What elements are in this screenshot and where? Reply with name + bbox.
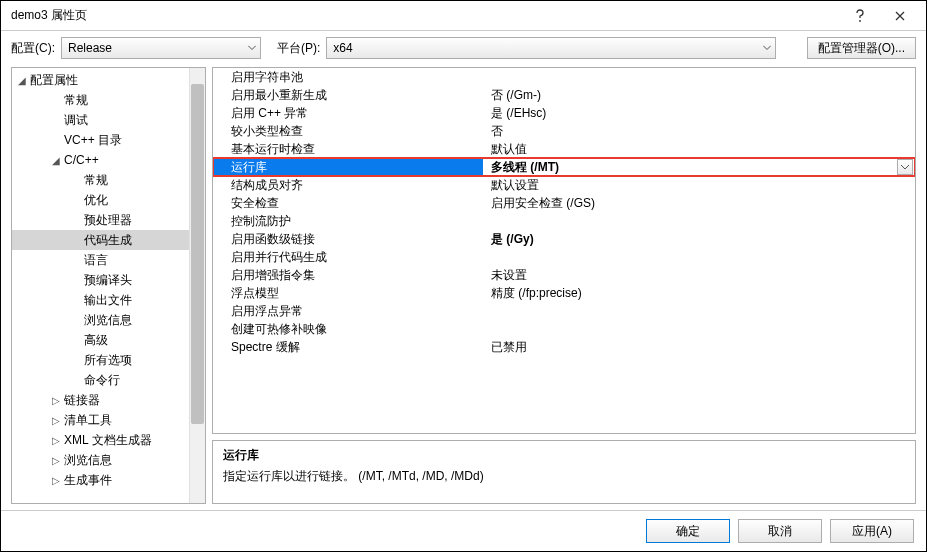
property-name: 结构成员对齐 [213, 177, 483, 194]
property-name: 启用 C++ 异常 [213, 105, 483, 122]
tree-item[interactable]: 常规 [12, 170, 189, 190]
property-row[interactable]: 启用函数级链接是 (/Gy) [213, 230, 915, 248]
description-title: 运行库 [223, 447, 905, 464]
tree-item[interactable]: 优化 [12, 190, 189, 210]
config-select[interactable]: Release [61, 37, 261, 59]
cancel-button[interactable]: 取消 [738, 519, 822, 543]
property-name: 启用最小重新生成 [213, 87, 483, 104]
scrollbar[interactable] [189, 68, 205, 503]
tree-item[interactable]: ▷生成事件 [12, 470, 189, 490]
property-value: 已禁用 [483, 339, 915, 356]
tree-item[interactable]: 高级 [12, 330, 189, 350]
tree-item-label: 浏览信息 [62, 452, 112, 469]
property-row[interactable]: 启用并行代码生成 [213, 248, 915, 266]
tree-item-label: 语言 [82, 252, 108, 269]
tree-root[interactable]: ◢配置属性 [12, 70, 189, 90]
ok-button[interactable]: 确定 [646, 519, 730, 543]
tree-item[interactable]: 代码生成 [12, 230, 189, 250]
property-name: Spectre 缓解 [213, 339, 483, 356]
platform-select[interactable]: x64 [326, 37, 776, 59]
tree-panel: ◢配置属性常规调试VC++ 目录◢C/C++常规优化预处理器代码生成语言预编译头… [11, 67, 206, 504]
property-row[interactable]: Spectre 缓解已禁用 [213, 338, 915, 356]
property-name: 运行库 [213, 159, 483, 176]
titlebar: demo3 属性页 [1, 1, 926, 31]
property-name: 启用函数级链接 [213, 231, 483, 248]
property-name: 启用增强指令集 [213, 267, 483, 284]
tree-item[interactable]: 所有选项 [12, 350, 189, 370]
triangle-right-icon: ▷ [50, 455, 62, 466]
chevron-down-icon [901, 165, 909, 170]
tree-item[interactable]: ▷XML 文档生成器 [12, 430, 189, 450]
triangle-right-icon: ▷ [50, 435, 62, 446]
tree-item[interactable]: 调试 [12, 110, 189, 130]
tree-item[interactable]: 浏览信息 [12, 310, 189, 330]
tree-item[interactable]: VC++ 目录 [12, 130, 189, 150]
tree-item-label: 链接器 [62, 392, 100, 409]
tree-item[interactable]: 预处理器 [12, 210, 189, 230]
property-row[interactable]: 启用增强指令集未设置 [213, 266, 915, 284]
chevron-down-icon [248, 46, 256, 51]
tree-item-label: VC++ 目录 [62, 132, 122, 149]
property-value: 是 (/Gy) [483, 231, 915, 248]
close-icon [895, 11, 905, 21]
tree-item-label: 预编译头 [82, 272, 132, 289]
property-grid[interactable]: 启用字符串池启用最小重新生成否 (/Gm-)启用 C++ 异常是 (/EHsc)… [212, 67, 916, 434]
chevron-down-icon [763, 46, 771, 51]
tree-item[interactable]: ▷链接器 [12, 390, 189, 410]
property-row[interactable]: 运行库多线程 (/MT) [213, 158, 915, 176]
property-row[interactable]: 启用 C++ 异常是 (/EHsc) [213, 104, 915, 122]
dialog-footer: 确定 取消 应用(A) [1, 510, 926, 551]
property-row[interactable]: 创建可热修补映像 [213, 320, 915, 338]
tree-item[interactable]: ▷清单工具 [12, 410, 189, 430]
tree-item-label: 输出文件 [82, 292, 132, 309]
property-row[interactable]: 启用字符串池 [213, 68, 915, 86]
tree-item-label: XML 文档生成器 [62, 432, 152, 449]
tree-item-label: 常规 [62, 92, 88, 109]
tree-item[interactable]: 输出文件 [12, 290, 189, 310]
tree-item-label: 命令行 [82, 372, 120, 389]
apply-button[interactable]: 应用(A) [830, 519, 914, 543]
tree-item[interactable]: 常规 [12, 90, 189, 110]
property-tree[interactable]: ◢配置属性常规调试VC++ 目录◢C/C++常规优化预处理器代码生成语言预编译头… [12, 68, 189, 503]
dropdown-button[interactable] [897, 159, 913, 175]
property-name: 较小类型检查 [213, 123, 483, 140]
property-row[interactable]: 启用浮点异常 [213, 302, 915, 320]
tree-item-label: 代码生成 [82, 232, 132, 249]
property-value: 否 (/Gm-) [483, 87, 915, 104]
property-name: 启用并行代码生成 [213, 249, 483, 266]
property-row[interactable]: 启用最小重新生成否 (/Gm-) [213, 86, 915, 104]
description-panel: 运行库 指定运行库以进行链接。 (/MT, /MTd, /MD, /MDd) [212, 440, 916, 504]
tree-item-label: 浏览信息 [82, 312, 132, 329]
tree-item-label: 所有选项 [82, 352, 132, 369]
property-row[interactable]: 安全检查启用安全检查 (/GS) [213, 194, 915, 212]
tree-item[interactable]: 预编译头 [12, 270, 189, 290]
help-button[interactable] [840, 1, 880, 31]
property-row[interactable]: 较小类型检查否 [213, 122, 915, 140]
svg-point-0 [859, 20, 861, 22]
platform-value: x64 [333, 41, 352, 55]
description-text: 指定运行库以进行链接。 (/MT, /MTd, /MD, /MDd) [223, 468, 905, 485]
property-value: 默认设置 [483, 177, 915, 194]
property-name: 浮点模型 [213, 285, 483, 302]
property-name: 启用浮点异常 [213, 303, 483, 320]
property-row[interactable]: 浮点模型精度 (/fp:precise) [213, 284, 915, 302]
triangle-right-icon: ▷ [50, 475, 62, 486]
tree-item-label: 优化 [82, 192, 108, 209]
tree-item[interactable]: ◢C/C++ [12, 150, 189, 170]
tree-item-label: C/C++ [62, 153, 99, 167]
tree-item[interactable]: 命令行 [12, 370, 189, 390]
triangle-down-icon: ◢ [16, 75, 28, 86]
property-row[interactable]: 控制流防护 [213, 212, 915, 230]
question-icon [855, 9, 865, 23]
property-row[interactable]: 结构成员对齐默认设置 [213, 176, 915, 194]
property-name: 安全检查 [213, 195, 483, 212]
property-name: 控制流防护 [213, 213, 483, 230]
config-manager-button[interactable]: 配置管理器(O)... [807, 37, 916, 59]
property-row[interactable]: 基本运行时检查默认值 [213, 140, 915, 158]
property-value: 精度 (/fp:precise) [483, 285, 915, 302]
close-button[interactable] [880, 1, 920, 31]
tree-item[interactable]: 语言 [12, 250, 189, 270]
scrollbar-thumb[interactable] [191, 84, 204, 424]
tree-item[interactable]: ▷浏览信息 [12, 450, 189, 470]
window-title: demo3 属性页 [11, 7, 840, 24]
